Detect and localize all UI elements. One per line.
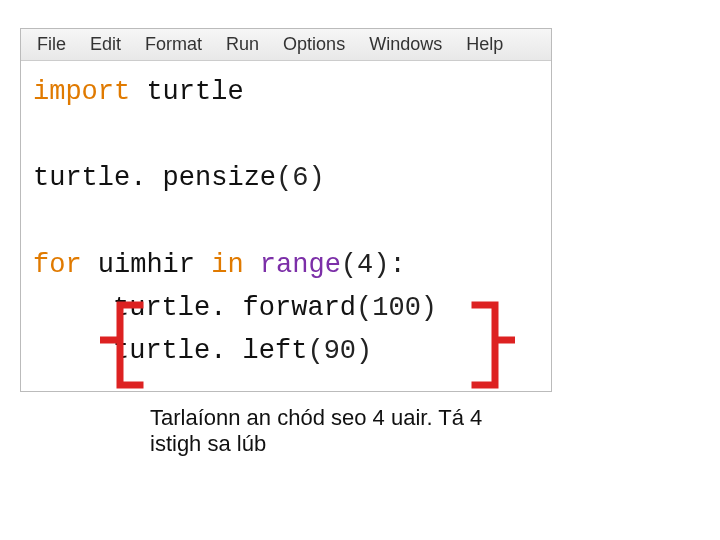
code-blank-line <box>33 114 539 157</box>
menu-format[interactable]: Format <box>133 31 214 58</box>
code-text <box>244 250 260 280</box>
annotation-text: Tarlaíonn an chód seo 4 uair. Tá 4 istig… <box>150 405 530 457</box>
code-paren: (6) <box>276 163 325 193</box>
code-text: turtle. pensize <box>33 163 276 193</box>
menu-run[interactable]: Run <box>214 31 271 58</box>
bracket-right-icon <box>465 295 535 395</box>
code-text: turtle <box>130 77 243 107</box>
keyword-for: for <box>33 250 82 280</box>
code-paren: (4): <box>341 250 406 280</box>
menu-windows[interactable]: Windows <box>357 31 454 58</box>
code-blank-line <box>33 201 539 244</box>
keyword-import: import <box>33 77 130 107</box>
builtin-range: range <box>260 250 341 280</box>
code-line: for uimhir in range(4): <box>33 244 539 287</box>
menu-help[interactable]: Help <box>454 31 515 58</box>
keyword-in: in <box>211 250 243 280</box>
code-line: turtle. pensize(6) <box>33 157 539 200</box>
code-text: uimhir <box>82 250 212 280</box>
code-paren: (100) <box>356 293 437 323</box>
code-paren: (90) <box>307 336 372 366</box>
bracket-left-icon <box>80 295 150 395</box>
code-line: import turtle <box>33 71 539 114</box>
menu-edit[interactable]: Edit <box>78 31 133 58</box>
menu-file[interactable]: File <box>25 31 78 58</box>
menu-options[interactable]: Options <box>271 31 357 58</box>
menu-bar: File Edit Format Run Options Windows Hel… <box>21 29 551 61</box>
